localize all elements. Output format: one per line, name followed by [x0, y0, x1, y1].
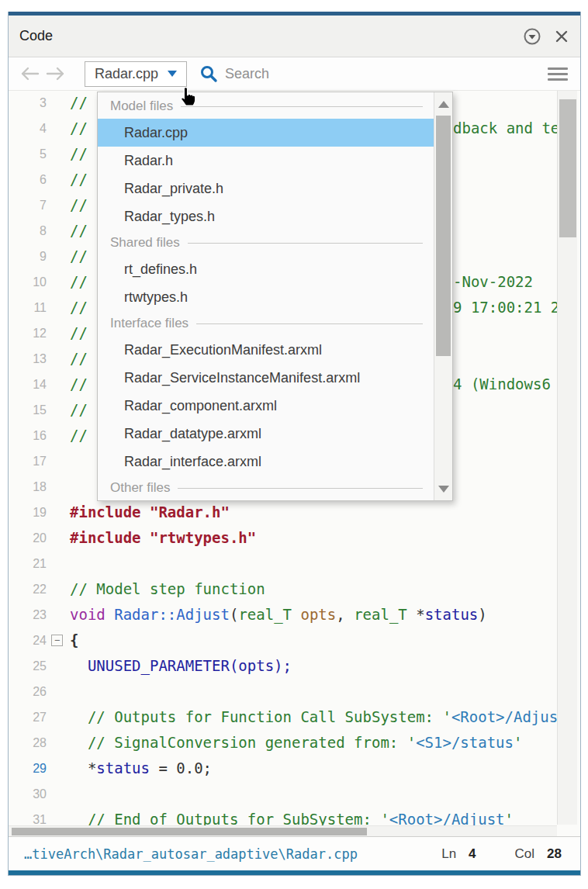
horizontal-scrollbar-thumb[interactable] — [12, 828, 367, 835]
dropdown-item[interactable]: rt_defines.h — [98, 255, 434, 283]
panel-bottom-accent — [9, 870, 580, 875]
dropdown-item[interactable]: Radar.h — [98, 147, 434, 175]
code-line[interactable]: 26 — [9, 679, 580, 704]
caret-down-icon — [168, 71, 177, 77]
column-value: 28 — [547, 846, 562, 862]
code-line[interactable]: 30 — [9, 781, 580, 807]
forward-arrow-icon[interactable] — [46, 65, 66, 82]
code-text: // SignalConversion generated from: '<S1… — [70, 730, 522, 756]
code-text-fragment: dback and te — [453, 116, 559, 141]
code-line[interactable]: 22// Model step function — [9, 576, 580, 602]
code-text: // — [70, 423, 88, 448]
vertical-scrollbar-thumb[interactable] — [559, 99, 576, 237]
code-text: // — [70, 372, 88, 397]
back-arrow-icon[interactable] — [19, 65, 40, 82]
dropdown-item[interactable]: Radar_component.arxml — [98, 392, 434, 420]
titlebar-icons — [523, 27, 569, 46]
code-text: *status = 0.0; — [70, 756, 212, 781]
line-number: 10 — [9, 269, 47, 295]
status-bar: …tiveArch\Radar_autosar_adaptive\Radar.c… — [9, 836, 580, 870]
line-value: 4 — [469, 846, 476, 862]
dropdown-scrollbar-thumb[interactable] — [436, 116, 451, 356]
dropdown-scrollbar[interactable] — [434, 92, 452, 500]
code-line[interactable]: 19#include "Radar.h" — [9, 500, 580, 525]
dropdown-section-label: Interface files — [110, 316, 189, 331]
code-text-fragment: -Nov-2022 — [453, 269, 533, 295]
line-number: 25 — [9, 653, 47, 679]
code-line[interactable]: 20#include "rtwtypes.h" — [9, 525, 580, 551]
code-text: // — [70, 320, 88, 346]
dropdown-item[interactable]: Radar_types.h — [98, 202, 434, 230]
dropdown-item[interactable]: Radar_private.h — [98, 175, 434, 202]
code-line[interactable]: 28 // SignalConversion generated from: '… — [9, 730, 580, 756]
dropdown-item[interactable]: Radar_interface.arxml — [98, 448, 434, 476]
file-dropdown-list: Model filesRadar.cppRadar.hRadar_private… — [98, 92, 434, 500]
code-text: // — [70, 269, 88, 295]
dropdown-item[interactable]: Radar.cpp — [98, 119, 434, 147]
line-number: 24 — [9, 628, 47, 653]
code-text: // — [70, 295, 88, 320]
hamburger-menu-icon[interactable] — [546, 64, 569, 84]
file-dropdown-menu: Model filesRadar.cppRadar.hRadar_private… — [97, 92, 453, 501]
dock-options-icon[interactable] — [523, 27, 541, 46]
vertical-scrollbar[interactable] — [557, 91, 577, 825]
line-number: 17 — [9, 448, 47, 474]
line-number: 16 — [9, 423, 47, 448]
cursor-position: Ln 4 Col 28 — [441, 846, 562, 862]
dropdown-item[interactable]: Radar_datatype.arxml — [98, 420, 434, 448]
code-text: // — [70, 192, 88, 218]
file-selector-button[interactable]: Radar.cpp — [85, 61, 187, 87]
horizontal-scrollbar[interactable] — [9, 825, 557, 836]
code-fold-icon[interactable]: − — [51, 635, 63, 646]
code-text: UNUSED_PARAMETER(opts); — [70, 653, 292, 679]
code-text: // — [70, 91, 88, 116]
line-number: 29 — [9, 756, 47, 781]
code-text: // — [70, 141, 88, 167]
dropdown-item[interactable]: Radar_ExecutionManifest.arxml — [98, 336, 434, 364]
panel-title: Code — [19, 28, 53, 44]
code-text: // Outputs for Function Call SubSystem: … — [70, 704, 567, 730]
line-number: 30 — [9, 781, 47, 807]
line-number: 14 — [9, 372, 47, 397]
code-text: #include "rtwtypes.h" — [70, 525, 256, 551]
line-number: 5 — [9, 141, 47, 167]
search-area — [199, 64, 546, 83]
line-number: 11 — [9, 295, 47, 320]
dropdown-section-header: Shared files — [98, 230, 434, 255]
code-line[interactable]: 21 — [9, 551, 580, 576]
line-number: 4 — [9, 116, 47, 141]
line-number: 21 — [9, 551, 47, 576]
section-divider — [181, 106, 423, 107]
scroll-up-icon[interactable] — [434, 94, 452, 114]
line-number: 26 — [9, 679, 47, 704]
code-line[interactable]: 29 *status = 0.0; — [9, 756, 580, 781]
code-line[interactable]: 25 UNUSED_PARAMETER(opts); — [9, 653, 580, 679]
dropdown-section-label: Model files — [110, 99, 173, 114]
section-divider — [196, 323, 423, 324]
file-selector-label: Radar.cpp — [95, 66, 158, 82]
line-number: 6 — [9, 167, 47, 192]
line-number: 18 — [9, 474, 47, 500]
code-text: // — [70, 167, 88, 192]
code-line[interactable]: 23void Radar::Adjust(real_T opts, real_T… — [9, 602, 580, 628]
dropdown-item[interactable]: rtwtypes.h — [98, 283, 434, 311]
line-number: 23 — [9, 602, 47, 628]
line-number: 12 — [9, 320, 47, 346]
code-text: { — [70, 628, 78, 653]
search-input[interactable] — [225, 66, 473, 82]
line-number: 22 — [9, 576, 47, 602]
search-icon[interactable] — [199, 64, 218, 83]
line-number: 7 — [9, 192, 47, 218]
code-line[interactable]: 24−{ — [9, 628, 580, 653]
close-icon[interactable] — [554, 29, 569, 44]
code-text: #include "Radar.h" — [70, 500, 230, 525]
file-path: …tiveArch\Radar_autosar_adaptive\Radar.c… — [24, 846, 358, 862]
code-text: // — [70, 397, 88, 423]
line-number: 20 — [9, 525, 47, 551]
code-text: // — [70, 218, 88, 244]
scroll-down-icon[interactable] — [434, 479, 452, 499]
code-text: // Model step function — [70, 576, 265, 602]
code-line[interactable]: 27 // Outputs for Function Call SubSyste… — [9, 704, 580, 730]
dropdown-item[interactable]: Radar_ServiceInstanceManifest.arxml — [98, 364, 434, 392]
dropdown-section-label: Shared files — [110, 235, 180, 251]
